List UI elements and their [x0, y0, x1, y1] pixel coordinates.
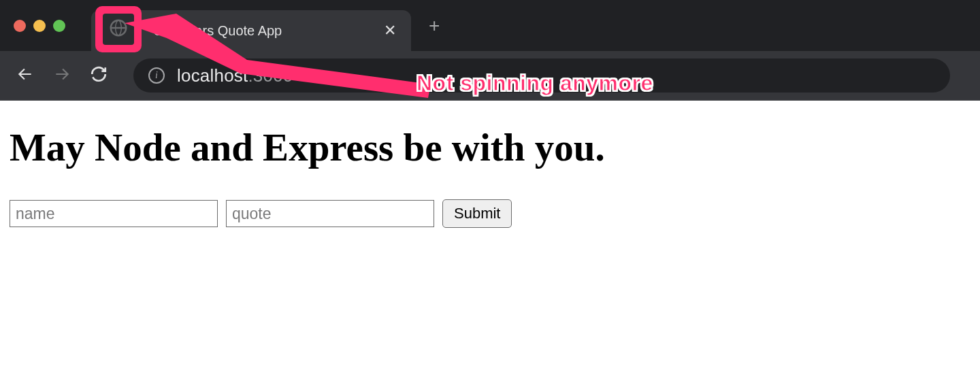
browser-tab[interactable]: Star Wars Quote App ✕: [91, 10, 411, 51]
browser-toolbar: i localhost:3000: [0, 51, 980, 101]
new-tab-button[interactable]: +: [429, 15, 440, 37]
submit-button[interactable]: Submit: [442, 199, 512, 228]
arrow-left-icon: [16, 65, 34, 86]
tab-title: Star Wars Quote App: [154, 23, 372, 39]
arrow-right-icon: [53, 65, 71, 86]
plus-icon: +: [429, 15, 440, 36]
reload-icon: [90, 65, 108, 86]
quote-input[interactable]: [226, 200, 434, 227]
globe-icon: [108, 18, 129, 41]
tab-favicon: [103, 14, 134, 45]
name-input[interactable]: [10, 200, 218, 227]
page-content: May Node and Express be with you. Submit: [0, 101, 980, 252]
annotation-favicon-highlight: [95, 6, 142, 52]
address-bar[interactable]: i localhost:3000: [133, 58, 950, 93]
reload-button[interactable]: [87, 64, 110, 87]
close-tab-button[interactable]: ✕: [381, 19, 399, 42]
forward-button[interactable]: [50, 64, 74, 87]
browser-titlebar: Star Wars Quote App ✕ +: [0, 0, 980, 51]
url-text: localhost:3000: [177, 65, 293, 86]
page-heading: May Node and Express be with you.: [10, 125, 970, 169]
url-host: localhost: [177, 65, 248, 86]
window-close-button[interactable]: [14, 20, 26, 32]
close-icon: ✕: [384, 22, 396, 39]
url-port: :3000: [248, 65, 293, 86]
back-button[interactable]: [14, 64, 37, 87]
quote-form: Submit: [10, 199, 970, 228]
site-info-icon[interactable]: i: [148, 67, 165, 84]
window-maximize-button[interactable]: [53, 20, 65, 32]
window-controls: [14, 20, 65, 32]
window-minimize-button[interactable]: [33, 20, 46, 32]
